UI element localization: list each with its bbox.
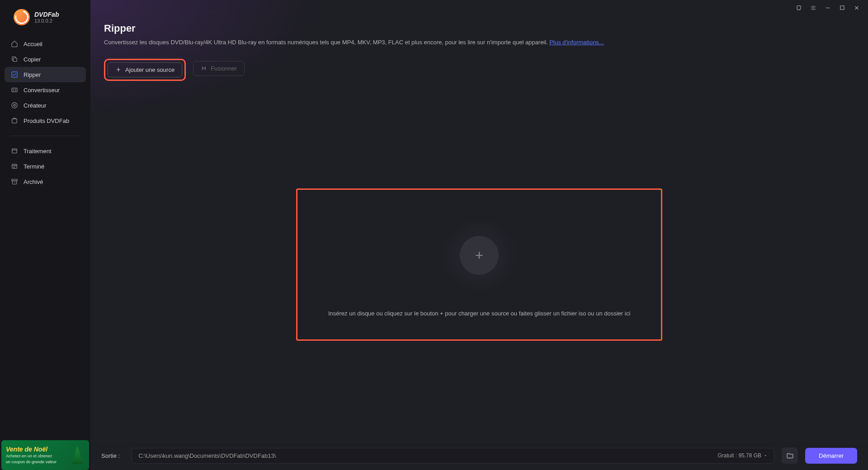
chevron-down-icon	[763, 453, 768, 458]
titlebar	[90, 0, 868, 15]
sidebar-item-label: Produits DVDFab	[24, 118, 69, 124]
promo-text-block: Vente de Noël Achetez-en un et obtenez u…	[6, 446, 57, 465]
sidebar-header: DVDFab 13.0.0.2	[0, 5, 90, 33]
sidebar-item-label: Copier	[24, 56, 41, 63]
svg-rect-10	[840, 6, 844, 9]
browse-folder-button[interactable]	[782, 447, 798, 464]
output-label: Sortie :	[101, 452, 120, 459]
sidebar-item-label: Traitement	[24, 148, 52, 155]
page-description-text: Convertissez les disques DVD/Blu-ray/4K …	[104, 39, 549, 46]
content-header: Ripper Convertissez les disques DVD/Blu-…	[90, 15, 868, 51]
sidebar-item-label: Ripper	[24, 71, 41, 78]
action-row: Ajouter une source Fusionner	[90, 51, 868, 89]
folder-icon	[786, 452, 794, 460]
archive-icon	[11, 178, 18, 185]
add-source-highlight: Ajouter une source	[104, 59, 186, 81]
main-panel: Ripper Convertissez les disques DVD/Blu-…	[90, 0, 868, 470]
sidebar-item-label: Créateur	[24, 102, 47, 109]
app-version: 13.0.0.2	[34, 18, 59, 24]
drop-highlight-region[interactable]: Insérez un disque ou cliquez sur le bout…	[296, 188, 662, 341]
merge-icon	[201, 65, 207, 71]
add-source-button[interactable]: Ajouter une source	[108, 62, 182, 77]
christmas-tree-icon	[70, 446, 85, 464]
drop-hint-text: Insérez un disque ou cliquez sur le bout…	[328, 310, 630, 317]
app-name: DVDFab	[34, 11, 59, 18]
sidebar-item-convertisseur[interactable]: Convertisseur	[5, 82, 86, 98]
free-space-text: Gratuit : 95.78 GB	[717, 452, 761, 459]
sidebar-item-label: Terminé	[24, 163, 44, 170]
svg-point-3	[12, 103, 17, 108]
page-title: Ripper	[104, 23, 854, 34]
done-icon	[11, 163, 18, 170]
more-info-link[interactable]: Plus d'informations...	[549, 39, 604, 46]
sidebar-item-archive[interactable]: Archivé	[5, 174, 86, 189]
sidebar-item-createur[interactable]: Créateur	[5, 98, 86, 113]
start-button[interactable]: Démarrer	[805, 448, 857, 464]
drop-add-button[interactable]	[460, 236, 499, 275]
promo-card[interactable]: Vente de Noël Achetez-en un et obtenez u…	[1, 440, 89, 470]
tasks-nav: Traitement Terminé Archivé	[0, 141, 90, 192]
svg-rect-6	[12, 149, 17, 153]
menu-icon[interactable]	[810, 5, 816, 11]
output-path-field[interactable]: C:\Users\kun.wang\Documents\DVDFab\DVDFa…	[132, 448, 774, 464]
pin-icon[interactable]	[796, 5, 802, 11]
converter-icon	[11, 86, 18, 94]
merge-wrap: Fusionner	[193, 59, 245, 78]
products-icon	[11, 117, 18, 124]
sidebar-item-produits[interactable]: Produits DVDFab	[5, 113, 86, 128]
copy-icon	[11, 56, 18, 63]
sidebar-item-traitement[interactable]: Traitement	[5, 143, 86, 159]
promo-title: Vente de Noël	[6, 446, 57, 453]
app-title-block: DVDFab 13.0.0.2	[34, 11, 59, 24]
drop-circle-glow	[441, 217, 518, 294]
nav-divider	[10, 136, 80, 136]
add-source-label: Ajouter une source	[125, 66, 175, 73]
svg-rect-0	[13, 58, 17, 61]
sidebar-item-label: Convertisseur	[24, 87, 60, 94]
maximize-icon[interactable]	[839, 5, 845, 11]
app-root: DVDFab 13.0.0.2 Accueil Copier Ripper Co…	[0, 0, 868, 470]
svg-rect-8	[12, 179, 17, 181]
footer-bar: Sortie : C:\Users\kun.wang\Documents\DVD…	[90, 441, 868, 470]
creator-icon	[11, 102, 18, 109]
sidebar-item-copier[interactable]: Copier	[5, 52, 86, 67]
merge-label: Fusionner	[211, 65, 237, 72]
free-space-indicator[interactable]: Gratuit : 95.78 GB	[717, 452, 768, 459]
svg-rect-7	[12, 164, 17, 168]
svg-rect-5	[12, 119, 17, 123]
drop-area: Insérez un disque ou cliquez sur le bout…	[90, 89, 868, 441]
merge-button[interactable]: Fusionner	[193, 61, 245, 76]
output-path-text: C:\Users\kun.wang\Documents\DVDFab\DVDFa…	[138, 452, 276, 459]
svg-rect-9	[797, 5, 801, 9]
sidebar: DVDFab 13.0.0.2 Accueil Copier Ripper Co…	[0, 0, 90, 470]
svg-point-4	[14, 104, 15, 106]
ripper-icon	[11, 71, 18, 78]
minimize-icon[interactable]	[825, 5, 831, 11]
primary-nav: Accueil Copier Ripper Convertisseur Créa…	[0, 33, 90, 131]
processing-icon	[11, 147, 18, 155]
sidebar-item-label: Accueil	[24, 41, 42, 47]
home-icon	[11, 40, 18, 47]
plus-icon	[473, 249, 485, 261]
plus-icon	[115, 66, 122, 73]
app-logo	[14, 9, 30, 25]
page-description: Convertissez les disques DVD/Blu-ray/4K …	[104, 38, 854, 47]
promo-line1: Achetez-en un et obtenez	[6, 454, 57, 459]
sidebar-item-ripper[interactable]: Ripper	[5, 67, 86, 82]
promo-line2: un coupon de grande valeur	[6, 460, 57, 465]
sidebar-item-label: Archivé	[24, 179, 43, 185]
sidebar-item-accueil[interactable]: Accueil	[5, 36, 86, 52]
sidebar-item-termine[interactable]: Terminé	[5, 159, 86, 174]
close-icon[interactable]	[854, 5, 860, 11]
